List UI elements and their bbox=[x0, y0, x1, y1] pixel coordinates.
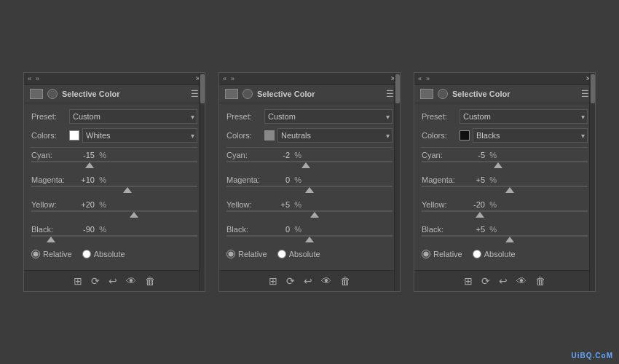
radio-label-relative[interactable]: Relative bbox=[31, 250, 72, 258]
panel-top-bar: « » ✕ bbox=[414, 73, 595, 85]
cyan-thumb[interactable] bbox=[85, 162, 94, 168]
panel-body: Preset: Custom Colors: Neutrals Cyan: -2… bbox=[219, 103, 400, 270]
scrollbar-thumb[interactable] bbox=[395, 74, 400, 103]
cyan-thumb[interactable] bbox=[301, 162, 310, 168]
slider-track-wrapper-cyan[interactable] bbox=[422, 161, 588, 170]
expand-icon[interactable]: » bbox=[426, 75, 430, 82]
slider-section-yellow: Yellow: +20 % bbox=[31, 200, 197, 219]
collapse-icon[interactable]: « bbox=[418, 75, 422, 82]
panel-menu-icon[interactable]: ☰ bbox=[191, 89, 199, 99]
radio-label-absolute[interactable]: Absolute bbox=[82, 250, 125, 258]
preset-select[interactable]: Custom bbox=[69, 109, 197, 124]
add-layer-icon[interactable]: ⊞ bbox=[74, 275, 82, 287]
panel-icon-image bbox=[30, 89, 43, 99]
slider-track-wrapper-cyan[interactable] bbox=[226, 161, 393, 170]
delete-icon[interactable]: 🗑 bbox=[145, 275, 155, 287]
radio-input-relative[interactable] bbox=[31, 250, 40, 258]
visibility-icon[interactable]: 👁 bbox=[321, 275, 331, 287]
slider-section-yellow: Yellow: +5 % bbox=[226, 200, 393, 219]
cyan-thumb[interactable] bbox=[494, 162, 502, 168]
reset-icon[interactable]: ↩ bbox=[109, 275, 117, 287]
slider-track-wrapper-yellow[interactable] bbox=[226, 210, 393, 219]
radio-input-absolute[interactable] bbox=[277, 250, 286, 258]
link-icon[interactable]: ⟳ bbox=[91, 275, 100, 287]
scrollbar-thumb[interactable] bbox=[591, 74, 595, 103]
radio-label-absolute[interactable]: Absolute bbox=[277, 250, 320, 258]
radio-label-relative[interactable]: Relative bbox=[422, 250, 462, 258]
scrollbar[interactable] bbox=[394, 73, 400, 291]
slider-section-cyan: Cyan: -2 % bbox=[226, 151, 393, 170]
panel-menu-icon[interactable]: ☰ bbox=[386, 89, 394, 99]
add-layer-icon[interactable]: ⊞ bbox=[464, 275, 473, 287]
colors-select[interactable]: Whites bbox=[82, 128, 197, 143]
colors-select[interactable]: Neutrals bbox=[277, 128, 393, 143]
black-value: 0 bbox=[267, 225, 290, 234]
slider-track-wrapper-black[interactable] bbox=[422, 235, 588, 244]
slider-track-wrapper-black[interactable] bbox=[31, 235, 197, 244]
slider-track-wrapper-yellow[interactable] bbox=[31, 210, 197, 219]
cyan-label: Cyan: bbox=[422, 151, 462, 159]
radio-input-absolute[interactable] bbox=[82, 250, 91, 258]
scrollbar[interactable] bbox=[199, 73, 205, 291]
slider-track-wrapper-cyan[interactable] bbox=[31, 161, 197, 170]
slider-row-black: Black: +5 % bbox=[422, 225, 588, 234]
slider-section-cyan: Cyan: -15 % bbox=[31, 151, 197, 170]
black-thumb[interactable] bbox=[305, 237, 314, 242]
delete-icon[interactable]: 🗑 bbox=[340, 275, 350, 287]
scrollbar-thumb[interactable] bbox=[200, 74, 205, 103]
visibility-icon[interactable]: 👁 bbox=[516, 275, 527, 287]
magenta-thumb[interactable] bbox=[123, 187, 132, 193]
colors-select[interactable]: Blacks bbox=[473, 128, 588, 143]
scrollbar[interactable] bbox=[589, 73, 595, 291]
panel-1: « » ✕ Selective Color ☰ Preset: Custom C… bbox=[218, 72, 401, 292]
cyan-label: Cyan: bbox=[31, 151, 71, 159]
cyan-thumb-wrapper bbox=[31, 162, 197, 170]
add-layer-icon[interactable]: ⊞ bbox=[269, 275, 277, 287]
black-value: -90 bbox=[71, 225, 95, 234]
visibility-icon[interactable]: 👁 bbox=[126, 275, 136, 287]
reset-icon[interactable]: ↩ bbox=[304, 275, 312, 287]
cyan-value: -5 bbox=[462, 151, 485, 159]
radio-input-relative[interactable] bbox=[422, 250, 430, 258]
black-thumb[interactable] bbox=[505, 237, 514, 242]
slider-section-yellow: Yellow: -20 % bbox=[422, 200, 588, 219]
magenta-thumb[interactable] bbox=[505, 187, 514, 193]
panel-footer: ⊞⟳↩👁🗑 bbox=[219, 270, 400, 291]
slider-track-wrapper-magenta[interactable] bbox=[31, 186, 197, 194]
slider-track-wrapper-magenta[interactable] bbox=[226, 186, 393, 194]
collapse-icon[interactable]: « bbox=[223, 75, 226, 82]
link-icon[interactable]: ⟳ bbox=[481, 275, 490, 287]
magenta-thumb[interactable] bbox=[305, 187, 314, 193]
delete-icon[interactable]: 🗑 bbox=[535, 275, 545, 287]
radio-text-relative: Relative bbox=[238, 250, 267, 258]
yellow-thumb-wrapper bbox=[31, 212, 197, 219]
yellow-thumb[interactable] bbox=[310, 212, 319, 218]
link-icon[interactable]: ⟳ bbox=[286, 275, 295, 287]
colors-row: Colors: Whites bbox=[31, 128, 197, 143]
yellow-thumb[interactable] bbox=[476, 212, 484, 218]
collapse-icon[interactable]: « bbox=[28, 75, 31, 82]
radio-label-relative[interactable]: Relative bbox=[226, 250, 267, 258]
slider-track-wrapper-yellow[interactable] bbox=[422, 210, 588, 219]
black-pct: % bbox=[486, 225, 497, 234]
preset-select[interactable]: Custom bbox=[460, 109, 588, 124]
cyan-pct: % bbox=[486, 151, 497, 159]
slider-track-wrapper-magenta[interactable] bbox=[422, 186, 588, 194]
radio-input-absolute[interactable] bbox=[473, 250, 481, 258]
black-thumb[interactable] bbox=[47, 237, 55, 242]
reset-icon[interactable]: ↩ bbox=[499, 275, 508, 287]
yellow-thumb[interactable] bbox=[130, 212, 138, 218]
black-pct: % bbox=[291, 225, 301, 234]
preset-row: Preset: Custom bbox=[31, 109, 197, 124]
expand-icon[interactable]: » bbox=[36, 75, 39, 82]
panel-menu-icon[interactable]: ☰ bbox=[581, 89, 589, 99]
slider-row-magenta: Magenta: 0 % bbox=[226, 175, 393, 184]
slider-section-cyan: Cyan: -5 % bbox=[422, 151, 588, 170]
cyan-value: -2 bbox=[267, 151, 290, 159]
preset-select[interactable]: Custom bbox=[264, 109, 393, 124]
magenta-thumb-wrapper bbox=[31, 187, 197, 194]
radio-label-absolute[interactable]: Absolute bbox=[473, 250, 516, 258]
radio-input-relative[interactable] bbox=[226, 250, 235, 258]
slider-track-wrapper-black[interactable] bbox=[226, 235, 393, 244]
expand-icon[interactable]: » bbox=[231, 75, 234, 82]
